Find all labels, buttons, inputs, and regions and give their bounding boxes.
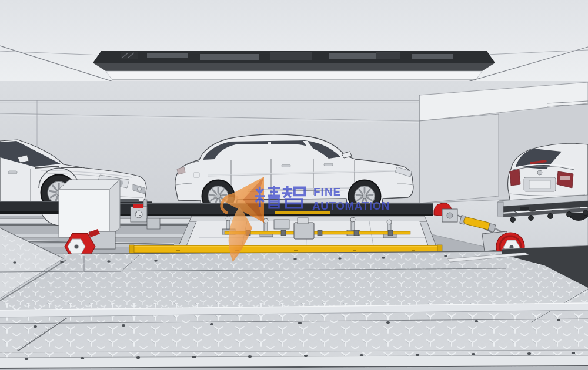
watermark-en-line1: FINE <box>313 186 341 198</box>
partition-wall <box>419 114 499 203</box>
parking-system-render: FINE AUTOMATION <box>0 0 588 370</box>
ceiling-opening <box>93 51 495 80</box>
center-gearbox <box>294 223 314 239</box>
door-handle <box>8 171 17 174</box>
control-cabinet <box>59 180 120 237</box>
brand-emblem <box>138 187 142 191</box>
taillight-left <box>510 169 520 186</box>
brand-emblem <box>537 170 542 175</box>
door-handle <box>324 163 333 166</box>
shaft-bearing-block <box>274 220 289 229</box>
pallet-label <box>520 207 529 210</box>
watermark-en-line2: AUTOMATION <box>312 200 390 212</box>
license-plate <box>529 180 550 189</box>
slot-rim <box>106 71 482 79</box>
door-handle <box>282 164 290 167</box>
b-pillar <box>268 142 271 159</box>
gearbox-red-cap <box>133 204 143 208</box>
slot-inner-wall <box>93 63 495 71</box>
